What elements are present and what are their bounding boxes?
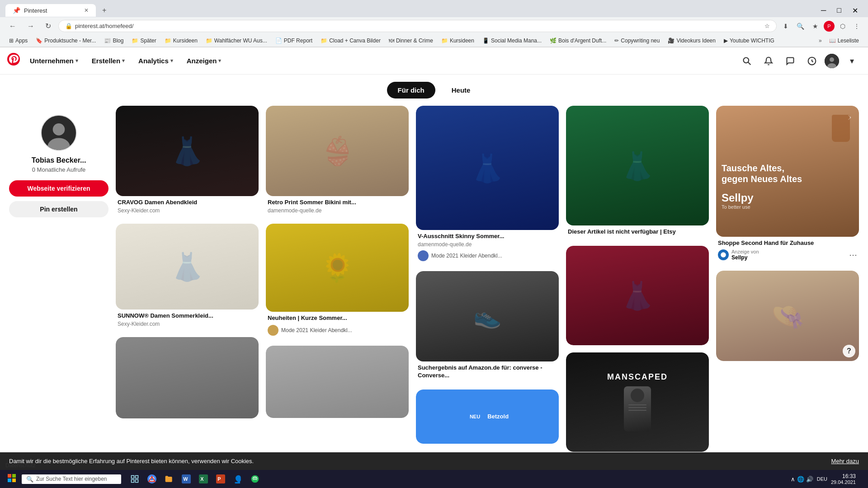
pinterest-logo[interactable] — [7, 53, 20, 69]
taskbar-app-word[interactable]: W — [178, 471, 194, 472]
new-tab-button[interactable]: + — [98, 4, 111, 17]
browser-tab-active[interactable]: 📌 Pinterest ✕ — [5, 4, 96, 17]
nav-erstellen[interactable]: Erstellen ▾ — [85, 53, 131, 68]
bookmark-label: Wahlfächer WU Aus... — [214, 38, 267, 44]
notifications-button[interactable] — [760, 52, 778, 70]
bookmark-star-icon[interactable]: ☆ — [764, 23, 770, 29]
ad-menu-icon[interactable]: ⋯ — [849, 250, 857, 260]
expand-button[interactable]: ▾ — [843, 52, 861, 70]
pin-card[interactable]: 👟 Suchergebnis auf Amazon.de für: conver… — [416, 271, 559, 382]
pin-card[interactable] — [116, 337, 259, 418]
bookmark-social[interactable]: 📱 Social Media Mana... — [479, 36, 545, 45]
pin-user: Mode 2021 Kleider Abendkl... — [418, 250, 557, 261]
updates-button[interactable] — [803, 52, 821, 70]
bookmark-copywriting[interactable]: ✏ Copywriting neu — [611, 36, 663, 45]
pin-user: Mode 2021 Kleider Abendkl... — [268, 325, 407, 336]
bookmark-leseliste[interactable]: 📖 Leseliste — [826, 36, 863, 45]
chevron-down-icon: ▾ — [122, 58, 125, 64]
windows-taskbar: 🔍 Zur Suche Text hier eingeben W X P — [0, 470, 868, 472]
bookmark-dinner[interactable]: 🍽 Dinner & Crime — [385, 36, 437, 45]
bookmark-button[interactable]: ★ — [810, 21, 821, 32]
taskbar-app-spotify[interactable] — [247, 471, 263, 472]
pin-card[interactable]: NEU Betzold — [416, 389, 559, 444]
cookie-more-button[interactable]: Mehr dazu — [831, 458, 859, 465]
bookmark-kursideen2[interactable]: 📁 Kursideen — [438, 36, 478, 45]
bookmark-produktsuche[interactable]: 🔖 Produktsuche - Mer... — [32, 36, 99, 45]
pin-card[interactable]: MANSCAPED — [566, 352, 709, 452]
bookmark-label: Youtube WICHTIG — [730, 38, 774, 44]
tab-heute[interactable]: Heute — [441, 82, 481, 99]
address-bar[interactable]: 🔒 pinterest.at/homefeed/ ☆ — [58, 20, 777, 32]
window-minimize-button[interactable]: ─ — [816, 5, 830, 17]
pin-card[interactable]: 🌻 Neuheiten | Kurze Sommer... Mode 2021 … — [266, 224, 409, 338]
zoom-button[interactable]: 🔍 — [794, 21, 807, 32]
pint-tabs: Für dich Heute — [0, 75, 868, 106]
verify-website-button[interactable]: Webseite verifizieren — [9, 180, 108, 197]
datenschutz-label[interactable]: Datenschutz — [5, 461, 36, 469]
pin-card[interactable]: 👗 V-Ausschnitt Skinny Sommer... damenmod… — [416, 106, 559, 264]
bookmark-pdf[interactable]: 📄 PDF Report — [272, 36, 316, 45]
bookmark-canva[interactable]: 📁 Cload + Canva Bilder — [317, 36, 384, 45]
user-avatar-button[interactable] — [825, 54, 839, 68]
sellpy-brand: Sellpy — [722, 192, 854, 204]
taskbar-app-chrome[interactable] — [144, 471, 160, 472]
pin-info: Neuheiten | Kurze Sommer... Mode 2021 Kl… — [266, 312, 409, 338]
svg-point-10 — [721, 252, 726, 258]
bookmark-blog[interactable]: 📰 Blog — [100, 36, 127, 45]
search-button[interactable] — [738, 52, 756, 70]
menu-button[interactable]: ⋮ — [851, 21, 863, 32]
taskbar-app-edge[interactable] — [230, 471, 246, 472]
start-button[interactable] — [4, 472, 20, 473]
window-maximize-button[interactable]: □ — [832, 5, 846, 17]
nav-unternehmen[interactable]: Unternehmen ▾ — [24, 53, 85, 68]
tab-close-button[interactable]: ✕ — [84, 7, 89, 14]
bookmark-label: Social Media Mana... — [491, 38, 542, 44]
create-pin-button[interactable]: Pin erstellen — [9, 201, 108, 217]
bookmark-videokurs[interactable]: 🎥 Videokurs Ideen — [664, 36, 719, 45]
bookmark-kursideen[interactable]: 📁 Kursideen — [161, 36, 201, 45]
tab-fuer-dich[interactable]: Für dich — [387, 82, 435, 99]
profile-stats: 0 Monatliche Aufrufe — [32, 166, 86, 173]
pin-card[interactable]: 👙 Retro Print Sommer Bikini mit... damen… — [266, 106, 409, 216]
bookmark-spaeter[interactable]: 📁 Später — [128, 36, 160, 45]
bookmark-wahlfaecher[interactable]: 📁 Wahlfächer WU Aus... — [202, 36, 271, 45]
cookie-banner: Damit wir dir die bestmögliche Erfahrung… — [0, 452, 868, 470]
bookmark-label: Leseliste — [838, 38, 859, 44]
pin-card[interactable]: 👗 CRAVOG Damen Abendkleid Sexy-Kleider.c… — [116, 106, 259, 216]
bookmark-icon: ✏ — [614, 38, 619, 44]
nav-analytics[interactable]: Analytics ▾ — [132, 53, 179, 68]
messages-button[interactable] — [781, 52, 799, 70]
pin-card[interactable]: 👒 ? — [716, 271, 859, 361]
bookmark-label: Produktsuche - Mer... — [44, 38, 96, 44]
pin-card[interactable]: 👗 — [566, 246, 709, 345]
chevron-down-icon: ▾ — [75, 58, 78, 64]
bookmark-label: Bois d'Argent Duft... — [558, 38, 606, 44]
pin-title: Retro Print Sommer Bikini mit... — [268, 199, 407, 206]
taskbar-app-files[interactable] — [161, 471, 177, 472]
nav-anzeigen[interactable]: Anzeigen ▾ — [180, 53, 228, 68]
forward-button[interactable]: → — [24, 20, 38, 32]
window-close-button[interactable]: ✕ — [848, 5, 863, 17]
taskbar-app-taskview[interactable] — [127, 471, 143, 472]
bookmark-label: Kursideen — [450, 38, 474, 44]
taskbar-app-powerpoint[interactable]: P — [212, 471, 229, 472]
svg-point-1 — [744, 57, 749, 63]
question-icon[interactable]: ? — [843, 345, 855, 357]
bookmark-youtube[interactable]: ▶ Youtube WICHTIG — [720, 36, 778, 45]
tab-title: Pinterest — [24, 7, 80, 14]
profile-button[interactable]: P — [824, 21, 835, 32]
bookmark-apps[interactable]: ⊞ Apps — [5, 36, 31, 45]
pin-card-ad[interactable]: Tausche Altes,gegen Neues Altes Sellpy T… — [716, 106, 859, 263]
pin-card[interactable]: 👗 SUNNOW® Damen Sommerkleid... Sexy-Klei… — [116, 224, 259, 330]
pin-card[interactable] — [266, 346, 409, 418]
bookmark-bois[interactable]: 🌿 Bois d'Argent Duft... — [546, 36, 610, 45]
reload-button[interactable]: ↻ — [42, 20, 55, 32]
back-button[interactable]: ← — [5, 20, 20, 32]
folder-icon: 📁 — [132, 38, 138, 44]
bookmarks-more-button[interactable]: » — [816, 36, 825, 45]
cookie-text: Damit wir dir die bestmögliche Erfahrung… — [9, 458, 824, 465]
taskbar-app-excel[interactable]: X — [195, 471, 212, 472]
download-button[interactable]: ⬇ — [780, 21, 791, 32]
extensions-button[interactable]: ⬡ — [837, 21, 848, 32]
pin-card[interactable]: 👗 Dieser Artikel ist nicht verfügbar | E… — [566, 106, 709, 239]
